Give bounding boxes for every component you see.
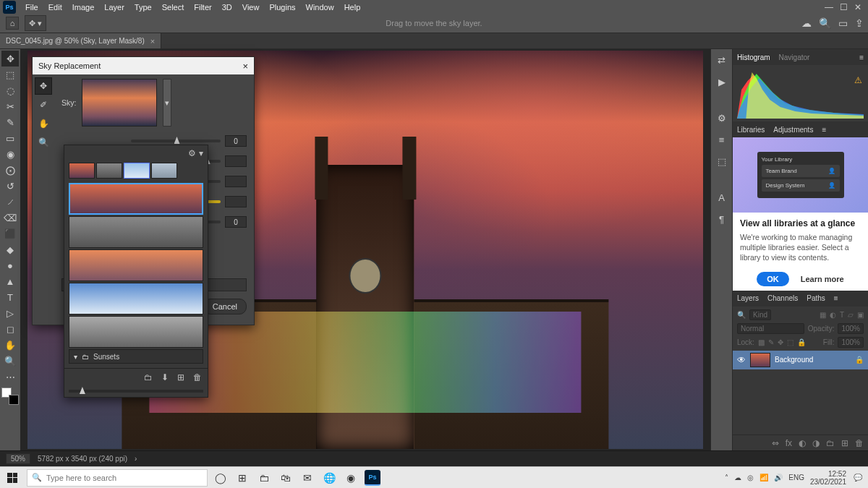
cortana-icon[interactable]: ◯: [210, 467, 231, 488]
move-tool[interactable]: ✥: [1, 51, 19, 67]
color-swatches[interactable]: [1, 388, 19, 405]
workspace-icon[interactable]: ▭: [838, 17, 848, 29]
tab-libraries[interactable]: Libraries: [737, 126, 765, 134]
panel-icon-styles[interactable]: ≡: [713, 132, 731, 147]
lock-all-icon[interactable]: 🔒: [797, 338, 806, 346]
sky-preset-1[interactable]: [69, 183, 203, 215]
tab-layers[interactable]: Layers: [737, 294, 759, 302]
menu-file[interactable]: File: [20, 3, 43, 12]
store-icon[interactable]: 🛍: [275, 467, 297, 488]
blur-tool[interactable]: ◆: [1, 241, 19, 257]
shape-tool[interactable]: ◻: [1, 321, 19, 337]
tab-histogram[interactable]: Histogram: [737, 53, 770, 61]
slider-val-3[interactable]: [225, 176, 247, 187]
flyout-folder-icon[interactable]: 🗀: [144, 372, 153, 382]
doc-info-chevron-icon[interactable]: ›: [135, 455, 137, 463]
tray-lang[interactable]: ENG: [788, 474, 804, 481]
opacity-field[interactable]: 100%: [838, 323, 864, 334]
dialog-zoom-tool[interactable]: 🔍: [35, 134, 52, 151]
promo-learn-link[interactable]: Learn more: [801, 275, 844, 283]
chrome-icon[interactable]: ◉: [340, 467, 362, 488]
taskbar-search[interactable]: 🔍 Type here to search: [27, 469, 208, 487]
start-button[interactable]: [0, 467, 25, 488]
dialog-titlebar[interactable]: Sky Replacement ×: [33, 57, 254, 74]
panel-menu-icon[interactable]: ≡: [822, 126, 826, 134]
flyout-new-icon[interactable]: ⊞: [177, 372, 184, 382]
lasso-tool[interactable]: ◌: [1, 82, 19, 98]
dialog-close-button[interactable]: ×: [242, 61, 248, 72]
flyout-gear-icon[interactable]: ⚙: [188, 148, 196, 158]
tray-volume-icon[interactable]: 🔊: [774, 474, 783, 481]
window-minimize-button[interactable]: —: [822, 2, 836, 12]
pen-tool[interactable]: ▲: [1, 273, 19, 289]
notifications-icon[interactable]: 💬: [854, 474, 862, 481]
task-view-icon[interactable]: ⊞: [231, 467, 253, 488]
eraser-tool[interactable]: ⌫: [1, 210, 19, 226]
panel-icon-para[interactable]: ¶: [713, 211, 731, 227]
filter-type-icon[interactable]: T: [840, 311, 844, 319]
layer-mask-icon[interactable]: ◐: [799, 438, 806, 448]
promo-ok-button[interactable]: OK: [757, 272, 789, 286]
layer-group-icon[interactable]: 🗀: [826, 438, 835, 448]
histogram-warning-icon[interactable]: ⚠: [854, 75, 862, 85]
panel-icon-adjust[interactable]: ⚙: [713, 110, 731, 126]
flyout-size-slider[interactable]: [64, 385, 208, 397]
blend-mode-select[interactable]: Normal: [737, 323, 804, 334]
zoom-tool[interactable]: 🔍: [1, 353, 19, 369]
zoom-field[interactable]: 50%: [6, 453, 30, 464]
lock-pos-icon[interactable]: ✥: [778, 338, 783, 346]
tray-chevron-icon[interactable]: ˄: [725, 474, 728, 481]
menu-plugins[interactable]: Plugins: [264, 3, 300, 12]
cloud-docs-icon[interactable]: ☁: [801, 17, 812, 29]
tab-close-icon[interactable]: ×: [150, 37, 155, 46]
path-tool[interactable]: ▷: [1, 305, 19, 321]
tab-channels[interactable]: Channels: [767, 294, 798, 302]
slider-val-2[interactable]: [225, 155, 247, 167]
tool-preset-button[interactable]: ✥ ▾: [25, 15, 46, 31]
home-button[interactable]: ⌂: [6, 17, 19, 30]
menu-type[interactable]: Type: [129, 3, 157, 12]
explorer-icon[interactable]: 🗀: [253, 467, 275, 488]
delete-layer-icon[interactable]: 🗑: [855, 438, 864, 448]
sky-preset-5[interactable]: [69, 316, 203, 348]
frame-tool[interactable]: ✎: [1, 114, 19, 130]
taskbar-clock[interactable]: 12:52 23/02/2021: [810, 470, 848, 486]
window-close-button[interactable]: ✕: [851, 2, 865, 12]
document-tab[interactable]: DSC_0045.jpg @ 50% (Sky, Layer Mask/8) ×: [0, 33, 161, 48]
panel-icon-char[interactable]: A: [713, 189, 731, 205]
window-restore-button[interactable]: ☐: [836, 2, 851, 12]
panel-menu-icon[interactable]: ≡: [834, 294, 838, 302]
filter-pixel-icon[interactable]: ▦: [820, 311, 826, 319]
sky-tab-1[interactable]: [69, 163, 95, 179]
new-layer-icon[interactable]: ⊞: [841, 438, 848, 448]
panel-icon-play[interactable]: ▶: [713, 74, 731, 90]
tray-wifi-icon[interactable]: 📶: [760, 474, 768, 481]
filter-adjust-icon[interactable]: ◐: [830, 311, 836, 319]
menu-layer[interactable]: Layer: [99, 3, 129, 12]
tab-navigator[interactable]: Navigator: [779, 53, 810, 61]
slider-val-1[interactable]: 0: [225, 135, 247, 147]
edge-icon[interactable]: 🌐: [318, 467, 340, 488]
clone-tool[interactable]: ↺: [1, 178, 19, 194]
link-layers-icon[interactable]: ⇔: [772, 438, 779, 448]
dialog-brush-tool[interactable]: ✐: [35, 96, 52, 114]
flyout-delete-icon[interactable]: 🗑: [193, 372, 202, 382]
type-tool[interactable]: T: [1, 289, 19, 305]
lock-pixels-icon[interactable]: ✎: [768, 338, 774, 346]
sky-folder-sunsets[interactable]: ▾🗀Sunsets: [69, 349, 203, 364]
lock-trans-icon[interactable]: ▩: [758, 338, 765, 346]
tray-cc-icon[interactable]: ◎: [747, 474, 754, 481]
history-brush-tool[interactable]: ⟋: [1, 194, 19, 210]
panel-menu-icon[interactable]: ≡: [859, 53, 864, 61]
menu-filter[interactable]: Filter: [189, 3, 216, 12]
dialog-cancel-button[interactable]: Cancel: [203, 299, 247, 314]
menu-help[interactable]: Help: [339, 3, 366, 12]
sky-tab-4[interactable]: [151, 163, 177, 179]
sky-preset-4[interactable]: [69, 283, 203, 314]
dialog-move-tool[interactable]: ✥: [35, 77, 52, 95]
tab-paths[interactable]: Paths: [807, 294, 825, 302]
sky-preset-2[interactable]: [69, 216, 203, 248]
menu-view[interactable]: View: [237, 3, 265, 12]
menu-image[interactable]: Image: [67, 3, 100, 12]
sky-preset-3[interactable]: [69, 249, 203, 281]
